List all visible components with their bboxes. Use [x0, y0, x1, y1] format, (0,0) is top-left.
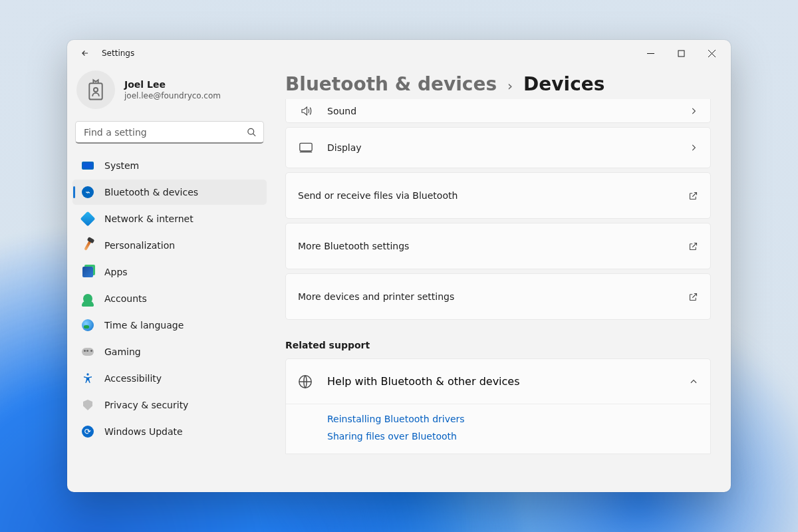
card-send-files[interactable]: Send or receive files via Bluetooth [285, 172, 711, 219]
close-button[interactable] [696, 40, 727, 66]
nav-label: Privacy & security [104, 400, 188, 410]
card-more-bluetooth[interactable]: More Bluetooth settings [285, 223, 711, 269]
nav-label: Network & internet [104, 213, 194, 224]
nav-network[interactable]: Network & internet [72, 206, 267, 231]
nav-accessibility[interactable]: Accessibility [72, 366, 267, 391]
card-display[interactable]: Display [285, 127, 711, 168]
nav-label: Bluetooth & devices [104, 187, 198, 198]
nav-accounts[interactable]: Accounts [72, 286, 267, 311]
help-card-header[interactable]: Help with Bluetooth & other devices [286, 359, 710, 404]
badge-icon [86, 78, 106, 101]
nav-label: Accounts [104, 293, 147, 304]
nav-label: Windows Update [104, 426, 183, 437]
nav-label: Accessibility [104, 373, 162, 384]
gamepad-icon [82, 346, 94, 358]
accessibility-icon [82, 372, 94, 384]
user-name: Joel Lee [124, 79, 221, 90]
sidebar: Joel Lee joel.lee@foundryco.com System ⌁… [67, 66, 272, 492]
nav-bluetooth-devices[interactable]: ⌁ Bluetooth & devices [72, 180, 267, 205]
profile-text: Joel Lee joel.lee@foundryco.com [124, 79, 221, 100]
user-email: joel.lee@foundryco.com [124, 91, 221, 100]
person-icon [82, 293, 94, 305]
related-support-heading: Related support [285, 340, 711, 350]
nav-label: Time & language [104, 320, 184, 331]
svg-rect-5 [300, 143, 312, 151]
svg-rect-0 [678, 51, 684, 57]
settings-window: Settings Joel Lee joel.lee@f [67, 40, 731, 492]
card-label: More Bluetooth settings [298, 241, 409, 251]
maximize-icon [678, 50, 685, 57]
arrow-left-icon [80, 49, 90, 58]
close-icon [708, 50, 716, 57]
card-label: Send or receive files via Bluetooth [298, 190, 458, 201]
nav-list: System ⌁ Bluetooth & devices Network & i… [72, 153, 267, 444]
search-input[interactable] [76, 122, 263, 142]
svg-point-4 [86, 373, 88, 375]
svg-point-3 [248, 128, 254, 134]
nav-privacy[interactable]: Privacy & security [72, 392, 267, 418]
help-link-reinstall-drivers[interactable]: Reinstalling Bluetooth drivers [327, 414, 698, 424]
nav-label: Apps [104, 267, 128, 277]
nav-label: Personalization [104, 240, 175, 251]
card-label: Sound [327, 106, 356, 116]
nav-windows-update[interactable]: ⟳ Windows Update [72, 419, 267, 444]
content-scroll[interactable]: Sound Display Send or receive files v [280, 99, 714, 492]
nav-personalization[interactable]: Personalization [72, 233, 267, 258]
main-content: Bluetooth & devices › Devices Sound [272, 66, 731, 492]
shield-icon [82, 399, 94, 411]
card-sound[interactable]: Sound [285, 99, 711, 123]
svg-point-2 [94, 88, 98, 92]
apps-icon [82, 266, 94, 278]
window-title: Settings [102, 49, 134, 58]
maximize-button[interactable] [666, 40, 696, 66]
profile-block[interactable]: Joel Lee joel.lee@foundryco.com [72, 66, 267, 118]
globe-icon [298, 374, 314, 389]
nav-gaming[interactable]: Gaming [72, 339, 267, 364]
help-title: Help with Bluetooth & other devices [327, 375, 520, 388]
open-external-icon [688, 191, 698, 201]
chevron-up-icon [689, 377, 698, 386]
search-box[interactable] [75, 121, 264, 144]
sound-icon [298, 105, 314, 117]
breadcrumb-current: Devices [523, 73, 604, 95]
search-icon [247, 127, 257, 137]
nav-system[interactable]: System [72, 153, 267, 178]
help-card: Help with Bluetooth & other devices Rein… [285, 358, 711, 454]
nav-label: System [104, 160, 139, 171]
breadcrumb: Bluetooth & devices › Devices [280, 66, 714, 99]
card-label: Display [327, 142, 362, 153]
minimize-button[interactable] [635, 40, 666, 66]
card-label: More devices and printer settings [298, 291, 454, 302]
back-button[interactable] [76, 45, 94, 62]
wifi-icon [82, 213, 94, 225]
brush-icon [82, 239, 94, 251]
minimize-icon [647, 50, 654, 57]
chevron-right-icon [689, 106, 698, 116]
globe-clock-icon [82, 319, 94, 331]
avatar [76, 70, 115, 109]
breadcrumb-parent[interactable]: Bluetooth & devices [285, 73, 497, 95]
open-external-icon [688, 292, 698, 302]
monitor-icon [82, 160, 94, 172]
nav-time-language[interactable]: Time & language [72, 313, 267, 338]
bluetooth-icon: ⌁ [82, 186, 94, 198]
chevron-right-icon: › [507, 78, 513, 94]
card-more-devices-printers[interactable]: More devices and printer settings [285, 273, 711, 320]
display-icon [298, 142, 314, 153]
open-external-icon [688, 241, 698, 251]
help-link-sharing-files[interactable]: Sharing files over Bluetooth [327, 431, 698, 442]
help-links: Reinstalling Bluetooth drivers Sharing f… [286, 404, 710, 454]
nav-label: Gaming [104, 346, 141, 357]
window-controls [635, 40, 727, 66]
chevron-right-icon [689, 143, 698, 152]
titlebar: Settings [67, 40, 731, 66]
sync-icon: ⟳ [82, 426, 94, 438]
nav-apps[interactable]: Apps [72, 259, 267, 285]
